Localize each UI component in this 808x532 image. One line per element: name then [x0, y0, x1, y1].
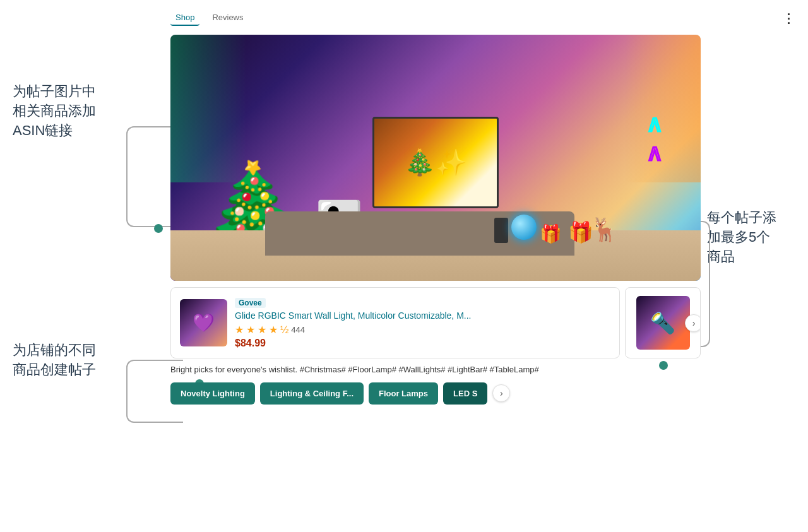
next-product-arrow[interactable]: › — [685, 314, 701, 332]
main-content: 🎄✨ ∧ ∧ 🎄 👨‍👦 🎁 🎁 🦌 — [170, 35, 701, 519]
product-title: Glide RGBIC Smart Wall Light, Multicolor… — [235, 310, 610, 321]
star-half-icon: ½ — [280, 324, 288, 336]
tv-tree-icon: 🎄✨ — [404, 148, 467, 177]
tag-novelty-lighting[interactable]: Novelty Lighting — [170, 382, 255, 405]
products-section: 💜 Govee Glide RGBIC Smart Wall Light, Mu… — [170, 287, 701, 358]
product-image: 💜 — [180, 299, 227, 346]
tv-frame: 🎄✨ — [372, 117, 499, 208]
header: Shop Reviews ⋮ — [170, 10, 795, 26]
tag-floor-lamps[interactable]: Floor Lamps — [369, 382, 438, 405]
hero-image: 🎄✨ ∧ ∧ 🎄 👨‍👦 🎁 🎁 🦌 — [170, 35, 701, 281]
connector-top — [126, 126, 177, 227]
star-4-icon: ★ — [269, 324, 278, 336]
product-light-icon: 💜 — [193, 312, 215, 333]
product-right-icon: 🔦 — [650, 311, 675, 335]
gift-2-icon: 🎁 — [568, 220, 593, 244]
wall-glow-right — [625, 35, 701, 182]
product-card-main[interactable]: 💜 Govee Glide RGBIC Smart Wall Light, Mu… — [170, 287, 620, 358]
tab-shop[interactable]: Shop — [170, 10, 199, 26]
category-tags: Novelty Lighting Lighting & Ceiling F...… — [170, 382, 701, 405]
product-rating: ★ ★ ★ ★ ½ 444 — [235, 324, 610, 336]
chevron-2: ∧ — [646, 139, 663, 166]
connector-dot-top — [154, 224, 163, 233]
product-price: $84.99 — [235, 338, 610, 349]
annotation-top-left: 为帖子图片中相关商品添加ASIN链接 — [13, 82, 139, 140]
product-brand: Govee — [235, 298, 266, 308]
tv-screen: 🎄✨ — [374, 119, 497, 206]
gift-1-icon: 🎁 — [540, 223, 562, 244]
reindeer-icon: 🦌 — [590, 216, 619, 243]
header-tabs: Shop Reviews — [170, 10, 249, 26]
tag-led[interactable]: LED S — [443, 382, 487, 405]
star-1-icon: ★ — [235, 324, 244, 336]
review-count: 444 — [291, 325, 305, 334]
tags-next-arrow[interactable]: › — [492, 384, 510, 402]
smart-speaker-orb — [511, 215, 537, 240]
star-2-icon: ★ — [246, 324, 255, 336]
more-options-icon[interactable]: ⋮ — [782, 11, 795, 26]
tab-reviews[interactable]: Reviews — [207, 10, 248, 26]
product-card-right[interactable]: 🔦 › — [625, 287, 701, 358]
star-3-icon: ★ — [258, 324, 266, 336]
annotation-right: 每个帖子添加最多5个商品 — [707, 208, 789, 266]
neon-chevrons: ∧ ∧ — [646, 110, 663, 166]
speaker — [494, 218, 508, 243]
annotation-bottom-left: 为店铺的不同商品创建帖子 — [13, 341, 139, 380]
scene-container: 🎄✨ ∧ ∧ 🎄 👨‍👦 🎁 🎁 🦌 — [170, 35, 701, 281]
tag-lighting-ceiling[interactable]: Lighting & Ceiling F... — [260, 382, 364, 405]
product-info: Govee Glide RGBIC Smart Wall Light, Mult… — [235, 297, 610, 349]
caption-text: Bright picks for everyone's wishlist. #C… — [170, 364, 701, 376]
chevron-1: ∧ — [646, 110, 663, 137]
product-image-right: 🔦 — [636, 296, 690, 350]
